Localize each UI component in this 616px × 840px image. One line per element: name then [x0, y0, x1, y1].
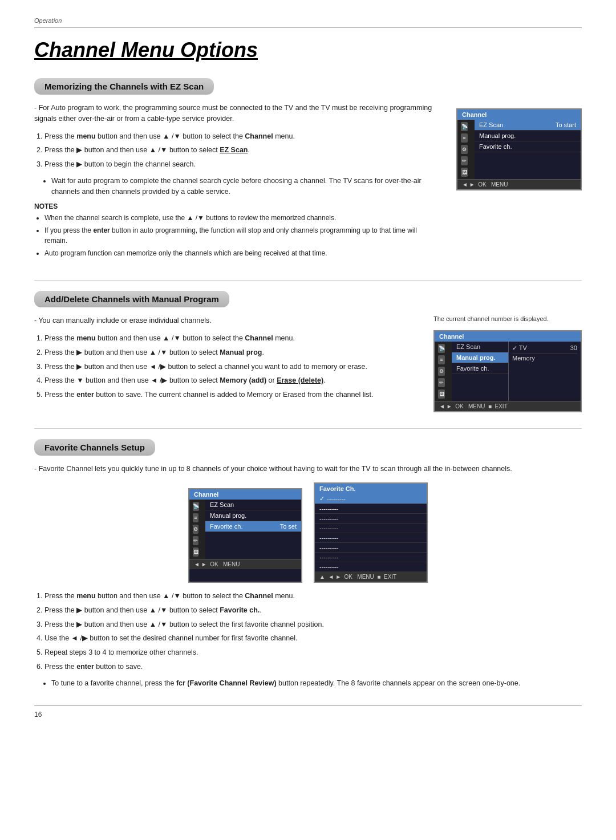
m-antenna-icon: 📡 [438, 344, 445, 353]
fav-spacer [205, 532, 301, 549]
icon-row-4: ✏ [457, 155, 475, 167]
fav-bullet: To tune to a favorite channel, press the… [51, 678, 582, 689]
ez-scan-text: - For Auto program to work, the programm… [34, 103, 439, 264]
channel-annotation: The current channel number is displayed. [433, 315, 549, 322]
manual-prog-steps: Press the menu button and then use ▲ /▼ … [44, 333, 416, 400]
icon-row-5: 🖼 [457, 167, 475, 178]
fav-manual: Manual prog. [205, 510, 301, 521]
fav-icon-2: ≡ [189, 512, 205, 524]
ez-scan-tv-menu: Channel 📡 ≡ ⚙ ✏ [456, 108, 582, 190]
manual-prog-footer: ◄ ► OK MENU ■ EXIT [435, 401, 581, 411]
manual-step-1: Press the menu button and then use ▲ /▼ … [44, 333, 416, 344]
page-header: Operation [34, 17, 582, 28]
icon-row-1: 📡 [457, 121, 475, 132]
page-title: Channel Menu Options [34, 38, 582, 62]
manual-prog-text: - You can manually include or erase indi… [34, 315, 416, 406]
ez-scan-header: Memorizing the Channels with EZ Scan [34, 78, 214, 95]
note-3: Auto program function can memorize only … [44, 248, 439, 258]
fav-image-icon: 🖼 [193, 547, 198, 557]
manual-step-3: Press the ▶ button and then use ◄ /▶ but… [44, 362, 416, 372]
ez-scan-menu-footer: ◄ ► OK MENU [457, 179, 581, 189]
notes-title: NOTES [34, 202, 439, 210]
manual-prog-menu-panel: The current channel number is displayed.… [433, 315, 582, 412]
ez-scan-bullet: Wait for auto program to complete the ch… [51, 176, 439, 197]
left-spacer [452, 374, 508, 391]
m-list-icon: ≡ [438, 355, 445, 364]
fav-row-5: --------- [315, 533, 427, 543]
ez-scan-step-3: Press the ▶ button to begin the channel … [44, 159, 439, 170]
fav-channel-items: EZ Scan Manual prog. Favorite ch. To set [205, 500, 301, 559]
divider-1 [34, 280, 582, 281]
m-icon-3: ⚙ [435, 366, 452, 377]
category-label: Operation [34, 17, 62, 24]
ez-scan-menu-title: Channel [457, 109, 581, 120]
manual-right-col: ✓ TV30 Memory [509, 342, 581, 401]
m-settings-icon: ⚙ [438, 367, 445, 376]
fav-row-8: --------- [315, 562, 427, 572]
fav-ez-scan: EZ Scan [205, 500, 301, 510]
menu-spacer [475, 152, 581, 173]
intro-dash: - [34, 104, 39, 112]
favorite-intro: - Favorite Channel lets you quickly tune… [34, 464, 582, 474]
fav-icon-1: 📡 [189, 501, 205, 512]
ez-scan-steps: Press the menu button and then use ▲ /▼ … [44, 131, 439, 170]
fav-step-6: Press the enter button to save. [44, 662, 582, 672]
ez-scan-notes: NOTES When the channel search is complet… [34, 202, 439, 258]
manual-prog-item: Manual prog. [452, 352, 508, 363]
list-icon: ≡ [461, 133, 468, 143]
fav-step-3: Press the ▶ button and then use ▲ /▼ but… [44, 619, 582, 630]
ez-scan-step-2: Press the ▶ button and then use ▲ /▼ but… [44, 145, 439, 156]
favorite-header: Favorite Channels Setup [34, 439, 155, 456]
ez-scan-intro: - For Auto program to work, the programm… [34, 103, 439, 124]
manual-prog-intro: - You can manually include or erase indi… [34, 315, 416, 326]
fav-list-icon: ≡ [193, 513, 198, 522]
favorite-steps: Press the menu button and then use ▲ /▼ … [44, 591, 582, 672]
m-icon-1: 📡 [435, 343, 452, 354]
manual-prog-menu-body: 📡 ≡ ⚙ ✏ 🖼 [435, 342, 581, 401]
antenna-icon: 📡 [461, 122, 468, 131]
manual-prog-tv-menu: Channel 📡 ≡ ⚙ ✏ [433, 330, 582, 412]
icon-row-3: ⚙ [457, 144, 475, 155]
fav-row-3: --------- [315, 514, 427, 524]
fav-icon-5: 🖼 [189, 546, 205, 558]
fav-channel-body: 📡 ≡ ⚙ ✏ 🖼 [189, 500, 301, 559]
fav-step-1: Press the menu button and then use ▲ /▼ … [44, 591, 582, 602]
divider-2 [34, 428, 582, 429]
fav-row-6: --------- [315, 543, 427, 553]
ez-scan-menu-icons: 📡 ≡ ⚙ ✏ 🖼 [457, 120, 475, 179]
fav-edit-icon: ✏ [193, 536, 198, 545]
favorite-ch-row: Favorite ch. [475, 141, 581, 152]
fav-bullet-item: To tune to a favorite channel, press the… [51, 678, 582, 689]
manual-icons: 📡 ≡ ⚙ ✏ 🖼 [435, 342, 452, 401]
fav-channel-menu: Channel 📡 ≡ ⚙ ✏ 🖼 [188, 488, 302, 583]
fav-antenna-icon: 📡 [193, 502, 199, 511]
fav-settings-icon: ⚙ [193, 525, 198, 534]
edit-icon: ✏ [461, 156, 468, 165]
fav-icon-3: ⚙ [189, 524, 205, 535]
fav-ch-menu: Favorite Ch. ✓ --------- --------- -----… [314, 482, 428, 583]
fav-row-2: --------- [315, 504, 427, 514]
fav-icons: 📡 ≡ ⚙ ✏ 🖼 [189, 500, 205, 559]
manual-step-4: Press the ▼ button and then use ◄ /▶ but… [44, 375, 416, 386]
fav-ch-row: Favorite ch. To set [205, 521, 301, 532]
icon-row-2: ≡ [457, 132, 475, 144]
fav-row-4: --------- [315, 524, 427, 533]
ez-scan-section: Memorizing the Channels with EZ Scan - F… [34, 78, 582, 264]
ez-scan-bullet-item: Wait for auto program to complete the ch… [51, 176, 439, 197]
m-image-icon: 🖼 [438, 389, 445, 399]
fav-row-1: ✓ --------- [315, 494, 427, 504]
ez-scan-menu-items: EZ Scan To start Manual prog. Favorite c… [475, 120, 581, 179]
fav-step-5: Repeat steps 3 to 4 to memorize other ch… [44, 647, 582, 658]
settings-icon: ⚙ [461, 145, 468, 154]
note-1: When the channel search is complete, use… [44, 213, 439, 223]
image-icon: 🖼 [461, 168, 468, 177]
memory-row: Memory [512, 354, 577, 363]
ez-scan-row: EZ Scan To start [475, 120, 581, 131]
manual-step-2: Press the ▶ button and then use ▲ /▼ but… [44, 347, 416, 358]
m-icon-2: ≡ [435, 354, 452, 366]
ez-scan-item: EZ Scan [452, 342, 508, 352]
manual-left-col: EZ Scan Manual prog. Favorite ch. [452, 342, 509, 401]
note-2: If you press the enter button in auto pr… [44, 225, 439, 246]
manual-prog-section: Add/Delete Channels with Manual Program … [34, 291, 582, 412]
m-icon-5: 🖼 [435, 388, 452, 400]
